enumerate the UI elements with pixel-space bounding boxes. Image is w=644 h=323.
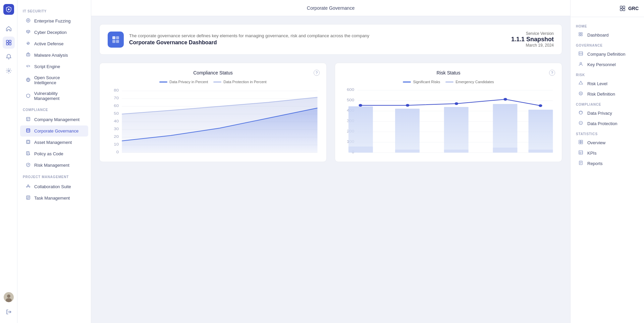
left-sidebar: IT SECURITY Enterprise Fuzzing Cyber Dec… bbox=[17, 0, 91, 323]
right-item-company-def[interactable]: Company Definition bbox=[573, 49, 641, 59]
svg-text:0: 0 bbox=[116, 150, 119, 154]
right-item-data-protection[interactable]: Data Protection bbox=[573, 118, 641, 128]
bell-nav-icon[interactable] bbox=[3, 51, 15, 63]
risk-chart-card: Risk Status ? Significant Risks Emergenc… bbox=[335, 63, 562, 162]
sidebar-item-malware-analysis[interactable]: Malware Analysis bbox=[20, 50, 88, 61]
right-item-label: Overview bbox=[587, 140, 605, 145]
compliance-section-label: COMPLIANCE bbox=[17, 104, 91, 114]
svg-text:600: 600 bbox=[347, 88, 355, 92]
svg-text:80: 80 bbox=[114, 89, 119, 92]
svg-rect-1 bbox=[6, 40, 8, 42]
sidebar-item-task-mgmt[interactable]: Task Management bbox=[20, 193, 88, 204]
right-item-risk-definition[interactable]: Risk Definition bbox=[573, 89, 641, 99]
svg-point-77 bbox=[503, 98, 507, 101]
svg-rect-73 bbox=[529, 150, 553, 153]
grid-nav-icon[interactable] bbox=[3, 37, 15, 49]
governance-section-label: GOVERNANCE bbox=[571, 40, 644, 49]
malware-analysis-icon bbox=[25, 52, 31, 58]
svg-point-95 bbox=[580, 62, 582, 64]
svg-rect-91 bbox=[581, 35, 582, 36]
cyber-deception-icon bbox=[25, 30, 31, 35]
right-item-key-personnel[interactable]: Key Personnel bbox=[573, 59, 641, 69]
svg-text:30: 30 bbox=[114, 127, 119, 131]
enterprise-fuzzing-icon bbox=[25, 18, 31, 24]
sidebar-item-active-defense[interactable]: Active Defense bbox=[20, 38, 88, 49]
svg-rect-23 bbox=[112, 40, 115, 43]
overview-icon bbox=[579, 140, 584, 145]
grc-icon bbox=[620, 5, 626, 11]
right-item-dashboard[interactable]: Dashboard bbox=[573, 30, 641, 40]
svg-point-9 bbox=[28, 20, 29, 21]
data-protection-icon bbox=[579, 121, 584, 126]
osint-icon bbox=[25, 77, 31, 83]
home-nav-icon[interactable] bbox=[3, 22, 15, 35]
reports-icon bbox=[579, 161, 584, 166]
key-personnel-icon bbox=[579, 62, 584, 67]
service-version: Service Version 1.1.1 Snapshot March 19,… bbox=[511, 31, 554, 48]
compliance-chart-container: 0 10 20 30 40 50 60 70 80 bbox=[106, 88, 320, 155]
right-item-overview[interactable]: Overview bbox=[573, 138, 641, 148]
compliance-chart-card: Compliance Status ? Data Privacy in Perc… bbox=[99, 63, 327, 162]
legend-label-protection: Data Protection in Percent bbox=[223, 80, 266, 84]
sidebar-item-enterprise-fuzzing[interactable]: Enterprise Fuzzing bbox=[20, 15, 88, 26]
service-title: Corporate Governance Dashboard bbox=[129, 40, 369, 46]
right-item-kpis[interactable]: KPIs bbox=[573, 148, 641, 158]
active-defense-icon bbox=[25, 41, 31, 47]
right-item-risk-level[interactable]: Risk Level bbox=[573, 78, 641, 89]
sidebar-item-asset-mgmt[interactable]: Asset Management bbox=[20, 137, 88, 148]
sidebar-item-policy-as-code[interactable]: Policy as Code bbox=[20, 148, 88, 159]
right-item-data-privacy[interactable]: Data Privacy bbox=[573, 108, 641, 118]
svg-rect-67 bbox=[493, 104, 518, 153]
sidebar-item-corporate-gov[interactable]: Corporate Governance bbox=[20, 125, 88, 137]
risk-mgmt-icon bbox=[25, 162, 31, 168]
sidebar-item-risk-mgmt[interactable]: Risk Management bbox=[20, 160, 88, 171]
right-item-label: Key Personnel bbox=[587, 62, 616, 67]
risk-legend-significant: Significant Risks bbox=[413, 80, 440, 84]
compliance-chart-help[interactable]: ? bbox=[314, 70, 320, 76]
svg-text:10: 10 bbox=[114, 143, 119, 146]
right-item-label: Dashboard bbox=[587, 33, 609, 38]
right-item-label: Risk Definition bbox=[587, 92, 615, 97]
collaboration-icon bbox=[25, 184, 31, 190]
sidebar-item-label: Active Defense bbox=[34, 41, 63, 46]
svg-rect-70 bbox=[395, 150, 420, 153]
right-item-label: Risk Level bbox=[587, 81, 607, 86]
risk-chart-title: Risk Status bbox=[348, 70, 549, 75]
service-version-date: March 19, 2024 bbox=[511, 43, 554, 48]
svg-rect-85 bbox=[623, 6, 625, 8]
svg-point-76 bbox=[455, 102, 459, 105]
svg-rect-89 bbox=[581, 33, 582, 34]
sidebar-item-osint[interactable]: Open Source Intelligence bbox=[20, 72, 88, 88]
svg-point-6 bbox=[7, 294, 10, 298]
sidebar-item-cyber-deception[interactable]: Cyber Deception bbox=[20, 27, 88, 38]
svg-rect-71 bbox=[444, 150, 469, 153]
data-privacy-icon bbox=[579, 110, 584, 116]
service-description: The corporate governance service defines… bbox=[129, 33, 369, 38]
page-title: Corporate Governance bbox=[307, 5, 355, 11]
svg-rect-101 bbox=[579, 140, 581, 142]
logout-icon[interactable] bbox=[3, 306, 15, 318]
right-item-reports[interactable]: Reports bbox=[573, 158, 641, 168]
sidebar-item-company-mgmt[interactable]: Company Management bbox=[20, 114, 88, 125]
main-content: Corporate Governance The corporate gover… bbox=[91, 0, 570, 323]
svg-rect-4 bbox=[9, 43, 11, 45]
sidebar-item-label: Company Management bbox=[34, 117, 79, 122]
sidebar-item-script-engine[interactable]: Script Engine bbox=[20, 61, 88, 72]
svg-rect-92 bbox=[579, 52, 583, 55]
svg-rect-90 bbox=[579, 35, 580, 36]
kpis-icon bbox=[579, 150, 584, 156]
svg-rect-21 bbox=[112, 36, 115, 39]
risk-chart-help[interactable]: ? bbox=[549, 70, 555, 76]
sidebar-item-collaboration[interactable]: Collaboration Suite bbox=[20, 181, 88, 192]
sidebar-item-vuln-mgmt[interactable]: Vulnerability Management bbox=[20, 88, 88, 104]
charts-row: Compliance Status ? Data Privacy in Perc… bbox=[99, 63, 562, 162]
service-icon bbox=[108, 32, 124, 48]
svg-rect-86 bbox=[620, 9, 622, 11]
svg-rect-15 bbox=[27, 141, 29, 143]
user-avatar[interactable] bbox=[4, 292, 14, 302]
svg-rect-88 bbox=[579, 33, 580, 34]
script-engine-icon bbox=[25, 64, 31, 69]
settings-nav-icon[interactable] bbox=[3, 65, 15, 77]
corporate-gov-icon bbox=[25, 128, 31, 134]
svg-rect-72 bbox=[493, 148, 518, 153]
